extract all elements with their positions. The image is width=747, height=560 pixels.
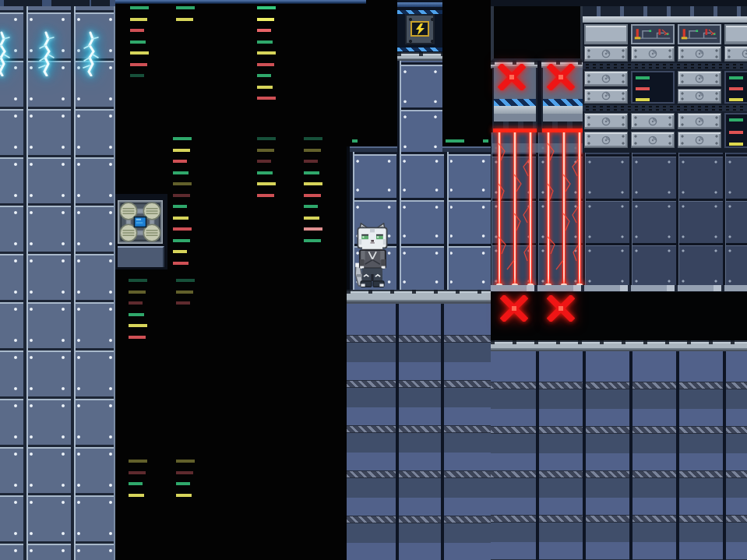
electric-spark (35, 31, 58, 76)
game-scene (0, 0, 747, 560)
electric-spark-icon (0, 31, 14, 76)
electric-spark-icon (35, 31, 58, 76)
electric-spark (0, 31, 14, 76)
cat-character[interactable] (354, 223, 392, 290)
cat-sprite (354, 223, 392, 290)
electric-spark (79, 31, 103, 76)
electric-spark-icon (79, 31, 103, 76)
